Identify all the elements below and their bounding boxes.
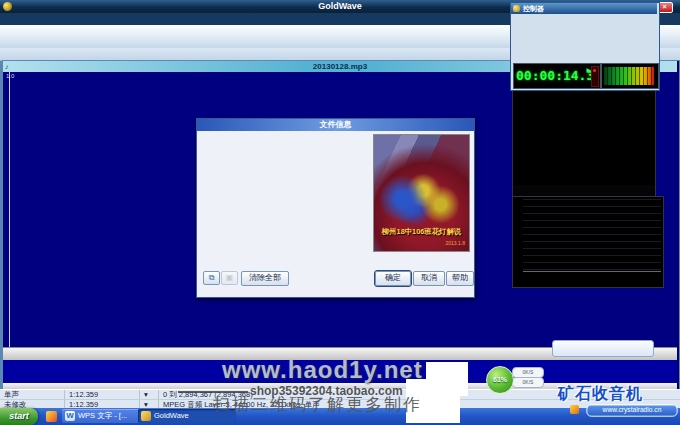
controller-window: 控制器 00:00:14.3 ▶ (510, 2, 660, 91)
status-dropdown-icon[interactable]: ▾ (140, 390, 159, 399)
cancel-button[interactable]: 取消 (413, 271, 445, 286)
wps-icon: W (65, 411, 75, 421)
dialog-titlebar[interactable]: 文件信息 (197, 119, 474, 131)
time-display-value: 00:00:14.3 (516, 68, 594, 83)
floating-toolbar (552, 340, 654, 357)
watermark-scan-text: 扫描二维码了解更多制作 (213, 393, 422, 416)
dialog-title: 文件信息 (197, 119, 474, 131)
clear-all-button[interactable]: 清除全部 (241, 271, 289, 286)
start-button[interactable]: start (0, 408, 38, 425)
record-indicator (591, 66, 599, 87)
crystalradio-icon (570, 405, 579, 414)
ok-button[interactable]: 确定 (375, 271, 411, 286)
album-art: 柳州18中106班花灯解说 2013.1.8 (373, 134, 470, 252)
level-meter (601, 63, 659, 89)
quick-launch-icon[interactable] (46, 411, 57, 422)
controller-titlebar[interactable]: 控制器 (511, 3, 657, 14)
goldwave-screen: GoldWave × ♪ 20130128.mp3 1.0 控制器 00:00:… (0, 0, 680, 425)
paste-info-icon[interactable]: ▣ (221, 271, 238, 285)
download-orb[interactable]: 61% (486, 366, 514, 394)
level-meter-bar (604, 67, 654, 85)
speed-pill-up: 0K/S (512, 377, 544, 388)
watermark-haod1y: www.haod1y.net (222, 356, 423, 384)
start-marker[interactable] (9, 72, 10, 347)
controller-icon (513, 5, 520, 12)
time-display: 00:00:14.3 ▶ (513, 63, 601, 89)
crystalradio-url: www.crystalradio.cn (586, 404, 677, 416)
album-art-caption: 柳州18中106班花灯解说 (378, 226, 465, 236)
status-length[interactable]: 1:12.359 (65, 390, 140, 399)
amplitude-label: 1.0 (6, 73, 14, 79)
controller-title: 控制器 (523, 3, 544, 14)
copy-info-icon[interactable]: ⧉ (203, 271, 220, 285)
watermark-crystalradio: 矿石收音机 (558, 384, 643, 405)
spectrum-analyzer-panel (512, 196, 664, 288)
spectrogram-panel (512, 89, 656, 198)
status-channels: 单声 (0, 390, 65, 399)
help-button[interactable]: 帮助 (446, 271, 474, 286)
goldwave-icon (141, 411, 151, 421)
album-art-date: 2013.1.8 (446, 240, 465, 246)
file-info-dialog: 文件信息 柳州18中106班花灯解说 2013.1.8 ⧉ ▣ 清除全部 确定 … (196, 118, 475, 298)
